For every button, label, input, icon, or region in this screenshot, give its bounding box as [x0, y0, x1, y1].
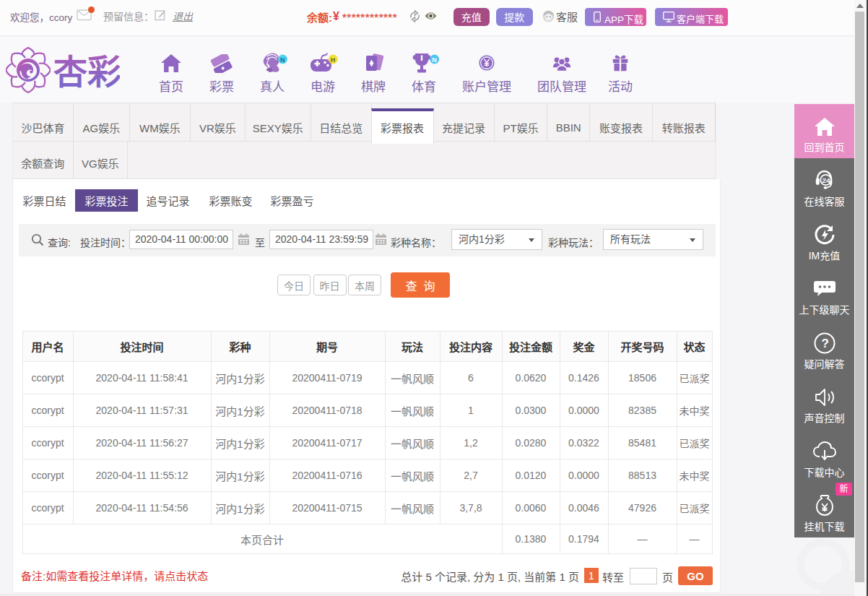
svg-text:H: H — [331, 56, 336, 64]
svg-text:24: 24 — [822, 176, 830, 184]
svg-text:N: N — [280, 56, 285, 64]
svg-text:?: ? — [821, 337, 828, 350]
svg-text:N: N — [432, 56, 437, 64]
svg-text:杏彩: 杏彩 — [53, 53, 120, 91]
